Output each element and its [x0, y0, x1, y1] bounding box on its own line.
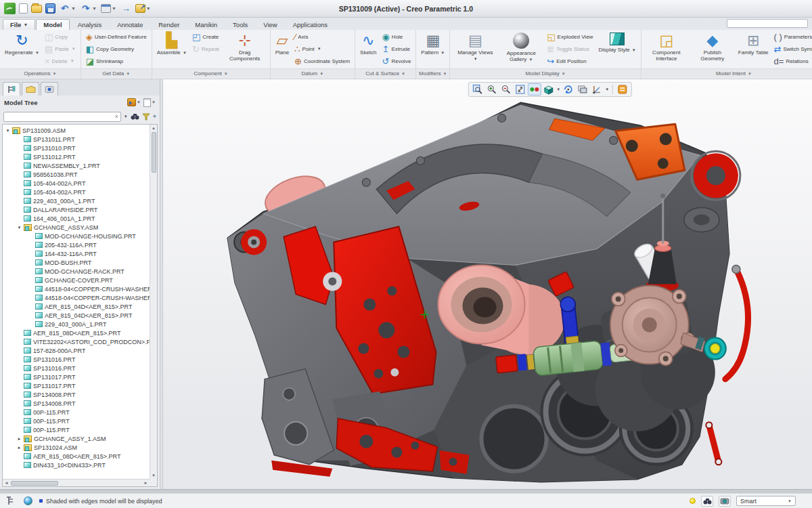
plane-button[interactable]: ▱Plane	[273, 30, 292, 68]
tree-vertical-scrollbar[interactable]: ▲▼	[150, 125, 157, 479]
command-search-input[interactable]	[727, 19, 808, 28]
tree-item[interactable]: 164-432-116A.PRT	[3, 249, 150, 258]
tree-item[interactable]: SP131017.PRT	[3, 381, 150, 390]
group-label-get-data[interactable]: Get Data▼	[81, 68, 152, 78]
creo-logo-icon[interactable]	[4, 3, 16, 14]
navigator-toggle-button[interactable]	[4, 496, 16, 507]
tab-view[interactable]: View	[256, 19, 284, 30]
tree-item[interactable]: ▾GCHANGE_ASSY.ASM	[3, 223, 150, 232]
tree-item[interactable]: 157-828-000A.PRT	[3, 346, 150, 355]
parameters-button[interactable]: ( )Parameters	[771, 30, 812, 43]
group-label-model-intent[interactable]: Model Intent▼	[641, 68, 812, 78]
tree-item[interactable]: 105-404-002A.PRT	[3, 179, 150, 188]
create-button[interactable]: ◰Create	[189, 30, 222, 43]
drag-components-button[interactable]: ⊹Drag Components	[222, 30, 268, 68]
revolve-button[interactable]: ↺Revolve	[380, 55, 414, 67]
tree-item[interactable]: 229_403_000A_1.PRT	[3, 320, 150, 329]
hole-button[interactable]: ◉Hole	[380, 30, 414, 43]
tree-item[interactable]: 44518-04<COPPER-CRUSH-WASHERS	[3, 284, 150, 293]
tree-item[interactable]: SP131016.PRT	[3, 355, 150, 364]
component-interface-button[interactable]: ◲Component Interface	[644, 30, 690, 68]
display-style-button[interactable]	[541, 83, 555, 96]
zoom-in-button[interactable]	[484, 83, 498, 96]
relations-button[interactable]: d=Relations	[771, 55, 812, 67]
undo-icon[interactable]: ↶▼	[59, 3, 76, 14]
axis-button[interactable]: ∕Axis	[292, 30, 353, 43]
user-defined-feature-button[interactable]: ◈User-Defined Feature	[83, 30, 150, 43]
graphics-viewport[interactable]: ▼▼	[163, 79, 812, 489]
open-icon[interactable]	[31, 5, 42, 13]
tree-item[interactable]: 229_403_000A_1.PRT	[3, 196, 150, 205]
appearance-gallery-button[interactable]: Appearance Gallery ▼	[498, 30, 544, 68]
tree-item[interactable]: SP131017.PRT	[3, 373, 150, 381]
switch-symbols-button[interactable]: ⇄Switch Symbols	[771, 43, 812, 55]
assemble-button[interactable]: ▙Assemble ▼	[154, 30, 189, 68]
zoom-out-button[interactable]	[499, 83, 512, 96]
tree-item[interactable]: ▾SP131009.ASM	[3, 126, 150, 135]
exploded-view-button[interactable]: ◱Exploded View	[544, 30, 595, 43]
redo-icon[interactable]: ↷▼	[80, 3, 97, 14]
tree-item[interactable]: 00P-115.PRT	[3, 425, 150, 434]
group-label-component[interactable]: Component▼	[152, 68, 270, 78]
tree-item[interactable]: MOD-BUSH.PRT	[3, 258, 150, 267]
suppressed-items-icon[interactable]	[690, 498, 696, 504]
filter-icon[interactable]	[142, 113, 150, 121]
tree-item[interactable]: AER_815_08D<AER_815>.PRT	[3, 452, 150, 461]
tree-item[interactable]: AER_815_08D<AER_815>.PRT	[3, 329, 150, 337]
chevron-down-icon[interactable]: ▼	[556, 87, 561, 91]
tab-annotate[interactable]: Annotate	[110, 19, 150, 30]
datum-display-button[interactable]	[527, 83, 541, 96]
group-label-datum[interactable]: Datum▼	[271, 68, 355, 78]
tree-item[interactable]: 164_406_001A_1.PRT	[3, 214, 150, 223]
tree-item[interactable]: SP131010.PRT	[3, 144, 150, 152]
tree-item[interactable]: SP131011.PRT	[3, 135, 150, 144]
tree-item[interactable]: AER_815_04D<AER_815>.PRT	[3, 311, 150, 320]
pin-tree-icon[interactable]: +	[153, 113, 156, 120]
selection-filter-dropdown[interactable]: Smart ▼	[736, 496, 796, 506]
scrollbar-thumb[interactable]	[11, 481, 58, 486]
tree-item[interactable]: SP131012.PRT	[3, 152, 150, 161]
tree-item[interactable]: ▸SP131024.ASM	[3, 443, 150, 452]
display-style-button[interactable]: Display Style ▼	[595, 30, 638, 68]
edit-position-button[interactable]: ↪Edit Position	[544, 55, 595, 67]
tree-item[interactable]: ▸GCHANGE_ASSY_1.ASM	[3, 434, 150, 443]
browser-toggle-button[interactable]	[22, 496, 34, 507]
tab-applications[interactable]: Applications	[286, 19, 335, 30]
family-table-button[interactable]: ⊞Family Table	[736, 30, 771, 68]
extrude-button[interactable]: ↥Extrude	[380, 43, 414, 55]
tree-item[interactable]: DALLARARHSIDE.PRT	[3, 205, 150, 214]
tree-horizontal-scrollbar[interactable]: ◄►	[3, 479, 150, 486]
import-icon[interactable]: →	[120, 3, 132, 14]
graphics-options-button[interactable]	[616, 83, 629, 96]
spin-center-button[interactable]	[562, 83, 575, 96]
tree-item[interactable]: NEWASSEMBLY_1.PRT	[3, 161, 150, 170]
group-label-model-display[interactable]: Model Display▼	[450, 68, 641, 78]
search-options-caret[interactable]: ▼	[124, 114, 128, 119]
tree-item[interactable]: SP134008.PRT	[3, 390, 150, 399]
screen-capture-button[interactable]	[719, 496, 731, 507]
zoom-box-button[interactable]	[470, 83, 484, 96]
clear-search-icon[interactable]: ×	[113, 113, 120, 120]
refit-button[interactable]	[513, 83, 526, 96]
tab-tools[interactable]: Tools	[225, 19, 255, 30]
close-window-icon[interactable]: ▼	[135, 4, 152, 13]
tree-search-input[interactable]	[4, 113, 113, 120]
tree-settings-button[interactable]: ▼	[127, 98, 141, 106]
favorites-tab[interactable]	[41, 82, 58, 96]
tree-item[interactable]: 00P-115.PRT	[3, 408, 150, 417]
publish-geometry-button[interactable]: ◆Publish Geometry	[690, 30, 736, 68]
tree-item[interactable]: VITE32202<ASTORI_COD_PRODCON>.PR	[3, 337, 150, 346]
copy-geometry-button[interactable]: ◧Copy Geometry	[83, 43, 150, 55]
tree-columns-button[interactable]: ▼	[143, 98, 156, 107]
file-menu-button[interactable]: File▼	[3, 19, 35, 30]
save-icon[interactable]	[45, 3, 55, 14]
find-button[interactable]	[701, 496, 713, 507]
tree-item[interactable]: DIN433_10<DIN433>.PRT	[3, 461, 150, 469]
tree-expander-icon[interactable]: ▸	[17, 445, 22, 450]
datum-toggle-button[interactable]	[590, 83, 604, 96]
new-icon[interactable]	[19, 3, 28, 14]
tab-model[interactable]: Model	[36, 19, 69, 30]
window-save-icon[interactable]: ▼	[101, 4, 117, 13]
group-label-modifiers[interactable]: Modifiers▼	[416, 68, 449, 78]
tree-expander-icon[interactable]: ▾	[5, 128, 10, 133]
